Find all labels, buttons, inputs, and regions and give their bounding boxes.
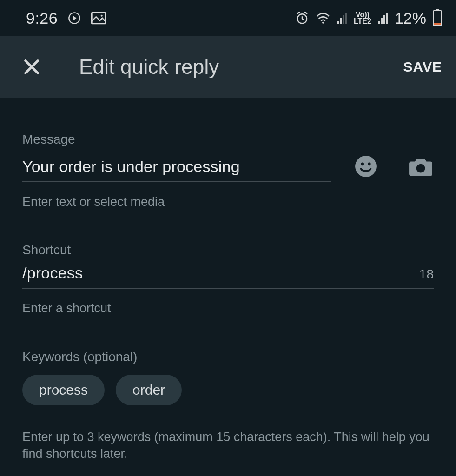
image-icon <box>91 12 106 25</box>
shortcut-input[interactable] <box>22 264 410 282</box>
message-field: Message Enter <box>22 132 434 210</box>
save-button[interactable]: SAVE <box>403 59 442 75</box>
emoji-icon <box>354 155 377 178</box>
message-label: Message <box>22 132 434 147</box>
signal-bars-1-icon <box>337 13 347 24</box>
message-hint: Enter text or select media <box>22 193 434 210</box>
keywords-chip-row[interactable]: process order <box>22 371 434 417</box>
camera-icon <box>408 156 433 177</box>
shortcut-counter: 18 <box>410 267 434 282</box>
battery-icon <box>433 10 442 26</box>
svg-line-7 <box>297 13 299 14</box>
svg-point-3 <box>101 15 103 17</box>
shortcut-field: Shortcut 18 Enter a shortcut <box>22 243 434 317</box>
wifi-icon <box>316 12 330 24</box>
status-bar: 9:26 <box>0 0 456 36</box>
shortcut-label: Shortcut <box>22 243 434 258</box>
svg-line-6 <box>302 19 304 20</box>
keyword-chip[interactable]: process <box>22 375 105 405</box>
emoji-button[interactable] <box>353 153 379 179</box>
signal-bars-2-icon <box>378 13 388 24</box>
svg-line-8 <box>305 13 307 14</box>
svg-rect-2 <box>92 13 106 24</box>
status-time: 9:26 <box>26 9 58 27</box>
message-input[interactable] <box>22 158 331 176</box>
svg-point-13 <box>361 162 364 165</box>
keywords-hint: Enter up to 3 keywords (maximum 15 chara… <box>22 429 434 463</box>
close-icon <box>22 58 41 76</box>
keywords-label: Keywords (optional) <box>22 350 434 364</box>
alarm-icon <box>295 11 309 25</box>
svg-point-15 <box>416 164 425 173</box>
app-bar: Edit quick reply SAVE <box>0 36 456 98</box>
svg-marker-1 <box>73 16 77 20</box>
close-button[interactable] <box>19 54 45 80</box>
play-circle-icon <box>68 12 81 25</box>
keyword-chip[interactable]: order <box>116 375 182 405</box>
svg-point-9 <box>322 22 324 24</box>
camera-button[interactable] <box>408 153 434 179</box>
network-label: Vo)) LTE2 <box>354 12 371 25</box>
shortcut-hint: Enter a shortcut <box>22 300 434 317</box>
svg-point-14 <box>368 162 371 165</box>
battery-percent: 12% <box>395 9 426 27</box>
page-title: Edit quick reply <box>79 55 219 79</box>
form-body: Message Enter <box>0 98 456 463</box>
keywords-field: Keywords (optional) process order Enter … <box>22 350 434 463</box>
svg-point-12 <box>355 156 377 177</box>
